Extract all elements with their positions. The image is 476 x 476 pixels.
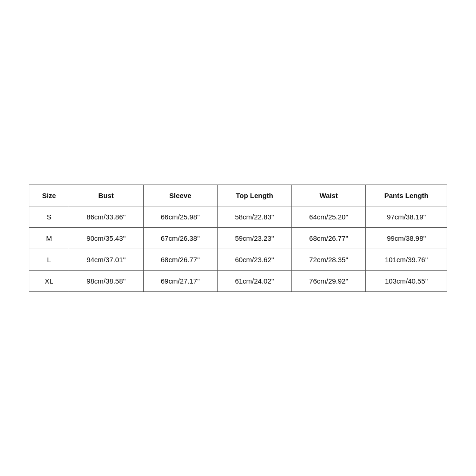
cell-sleeve-s: 66cm/25.98'' <box>143 206 218 227</box>
cell-sleeve-xl: 69cm/27.17'' <box>143 270 218 291</box>
cell-bust-m: 90cm/35.43'' <box>69 227 143 249</box>
cell-waist-xl: 76cm/29.92'' <box>291 270 366 291</box>
header-pants-length: Pants Length <box>366 185 447 206</box>
cell-pants-length-m: 99cm/38.98'' <box>366 227 447 249</box>
header-top-length: Top Length <box>218 185 292 206</box>
cell-waist-m: 68cm/26.77'' <box>291 227 366 249</box>
cell-size-s: S <box>29 206 69 227</box>
cell-size-xl: XL <box>29 270 69 291</box>
cell-size-m: M <box>29 227 69 249</box>
cell-waist-l: 72cm/28.35'' <box>291 249 366 270</box>
cell-waist-s: 64cm/25.20'' <box>291 206 366 227</box>
header-size: Size <box>29 185 69 206</box>
cell-pants-length-xl: 103cm/40.55'' <box>366 270 447 291</box>
cell-top-length-s: 58cm/22.83'' <box>218 206 292 227</box>
cell-size-l: L <box>29 249 69 270</box>
table-row: M 90cm/35.43'' 67cm/26.38'' 59cm/23.23''… <box>29 227 447 249</box>
cell-sleeve-m: 67cm/26.38'' <box>143 227 218 249</box>
table-row: XL 98cm/38.58'' 69cm/27.17'' 61cm/24.02'… <box>29 270 447 291</box>
cell-top-length-xl: 61cm/24.02'' <box>218 270 292 291</box>
header-sleeve: Sleeve <box>143 185 218 206</box>
header-bust: Bust <box>69 185 143 206</box>
table-row: L 94cm/37.01'' 68cm/26.77'' 60cm/23.62''… <box>29 249 447 270</box>
cell-bust-s: 86cm/33.86'' <box>69 206 143 227</box>
header-waist: Waist <box>291 185 366 206</box>
table-header-row: Size Bust Sleeve Top Length Waist Pants … <box>29 185 447 206</box>
cell-pants-length-l: 101cm/39.76'' <box>366 249 447 270</box>
cell-top-length-l: 60cm/23.62'' <box>218 249 292 270</box>
size-chart-table: Size Bust Sleeve Top Length Waist Pants … <box>29 185 447 292</box>
size-chart-container: Size Bust Sleeve Top Length Waist Pants … <box>29 185 447 292</box>
cell-bust-xl: 98cm/38.58'' <box>69 270 143 291</box>
cell-sleeve-l: 68cm/26.77'' <box>143 249 218 270</box>
cell-pants-length-s: 97cm/38.19'' <box>366 206 447 227</box>
table-row: S 86cm/33.86'' 66cm/25.98'' 58cm/22.83''… <box>29 206 447 227</box>
cell-top-length-m: 59cm/23.23'' <box>218 227 292 249</box>
cell-bust-l: 94cm/37.01'' <box>69 249 143 270</box>
